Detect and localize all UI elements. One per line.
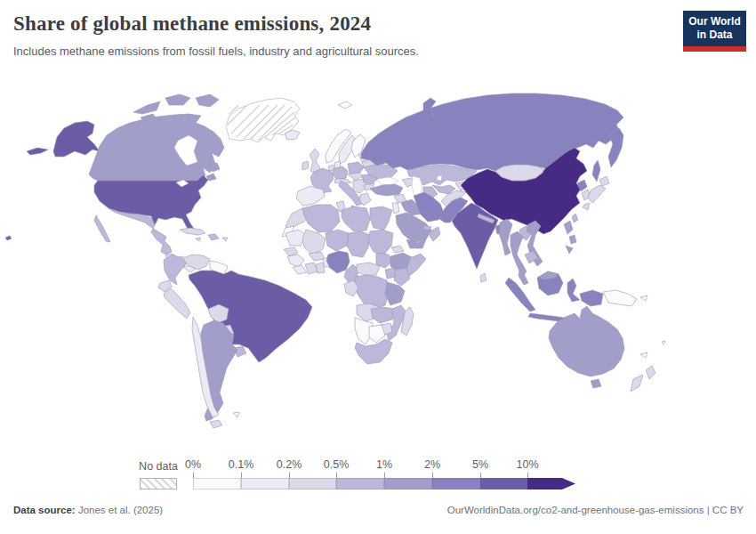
country-baja-mexico[interactable] — [94, 215, 110, 242]
country-alaska-us[interactable] — [53, 121, 100, 157]
country-uganda[interactable] — [385, 268, 396, 279]
no-data-swatch[interactable] — [140, 478, 177, 490]
data-source-line: Data source: Jones et al. (2025) — [13, 505, 163, 515]
country-west-papua-indonesia[interactable] — [580, 290, 603, 306]
world-choropleth-map — [0, 0, 756, 534]
country-iberia[interactable] — [296, 186, 325, 206]
country-peru[interactable] — [164, 288, 190, 319]
country-hawaii-us[interactable] — [5, 236, 12, 240]
owid-logo[interactable]: Our World in Data — [683, 11, 746, 52]
country-egypt[interactable] — [370, 206, 392, 230]
country-niger[interactable] — [326, 230, 349, 251]
country-new-britain[interactable] — [640, 295, 647, 301]
country-kamchatka-russia[interactable] — [608, 128, 623, 167]
country-japan-honshu[interactable] — [588, 185, 606, 203]
country-tasmania[interactable] — [591, 379, 601, 388]
country-botswana[interactable] — [369, 325, 385, 343]
country-ghana[interactable] — [316, 263, 325, 273]
country-dr-congo[interactable] — [355, 275, 389, 309]
page-title: Share of global methane emissions, 2024 — [13, 12, 547, 36]
owid-logo-line1: Our World — [683, 15, 746, 28]
country-sakhalin-russia[interactable] — [592, 160, 600, 182]
country-philippines-mindanao[interactable] — [566, 246, 573, 254]
country-sulawesi-indonesia[interactable] — [567, 279, 580, 302]
country-taiwan[interactable] — [572, 214, 578, 222]
country-canada-arctic-1[interactable] — [133, 101, 160, 114]
legend-tick-label-4: 1% — [360, 458, 408, 471]
map-legend: No data 0% 0.1% 0.2% 0.5% 1% 2% 5% 10% — [0, 456, 756, 498]
country-canada[interactable] — [89, 114, 224, 181]
country-mali[interactable] — [302, 230, 326, 255]
country-kenya[interactable] — [394, 268, 410, 286]
country-south-africa[interactable] — [355, 339, 392, 364]
country-jamaica[interactable] — [196, 238, 201, 241]
data-source-label: Data source: — [13, 505, 76, 515]
country-ireland[interactable] — [302, 161, 309, 170]
legend-segment-2[interactable] — [289, 478, 336, 490]
owid-logo-line2: in Data — [683, 28, 746, 42]
country-israel-jordan[interactable] — [392, 203, 399, 214]
country-puerto-rico[interactable] — [222, 238, 228, 241]
country-oman[interactable] — [430, 227, 440, 241]
country-chad[interactable] — [347, 231, 370, 257]
country-sri-lanka[interactable] — [480, 273, 487, 282]
country-new-caledonia[interactable] — [640, 352, 647, 358]
country-hispaniola[interactable] — [208, 234, 219, 240]
country-poland[interactable] — [348, 162, 364, 174]
country-germany[interactable] — [333, 166, 348, 180]
legend-color-bar — [193, 478, 575, 490]
legend-segment-6[interactable] — [480, 478, 527, 490]
legend-segment-1[interactable] — [241, 478, 289, 490]
legend-segment-5[interactable] — [432, 478, 480, 490]
country-japan-hokkaido[interactable] — [599, 176, 609, 186]
country-eritrea[interactable] — [391, 246, 404, 253]
country-tanzania[interactable] — [385, 282, 405, 305]
country-svalbard[interactable] — [338, 101, 352, 109]
legend-tick-label-1: 0.1% — [217, 458, 265, 471]
country-new-zealand-south[interactable] — [631, 375, 643, 392]
legend-tick-label-0: 0% — [169, 458, 217, 471]
country-sumatra-indonesia[interactable] — [505, 278, 535, 312]
country-burkina-faso[interactable] — [309, 252, 325, 261]
country-fiji[interactable] — [662, 341, 665, 344]
country-falklands[interactable] — [233, 412, 239, 417]
country-aleutians-us[interactable] — [27, 148, 48, 155]
country-japan-kyushu[interactable] — [583, 203, 590, 210]
country-russia[interactable] — [361, 93, 623, 171]
aral-sea — [437, 175, 442, 181]
legend-segment-4[interactable] — [384, 478, 432, 490]
country-zambia[interactable] — [371, 307, 394, 323]
attribution-link[interactable]: OurWorldinData.org/co2-and-greenhouse-ga… — [447, 505, 744, 515]
country-papua-new-guinea[interactable] — [603, 290, 637, 306]
legend-tick-label-7: 10% — [503, 458, 551, 471]
country-nigeria[interactable] — [326, 251, 350, 273]
legend-tick-label-2: 0.2% — [265, 458, 313, 471]
country-philippines-visayas[interactable] — [569, 235, 576, 244]
country-colombia[interactable] — [164, 255, 186, 285]
legend-tick-label-5: 2% — [408, 458, 456, 471]
country-algeria[interactable] — [302, 205, 340, 232]
legend-tick-label-3: 0.5% — [312, 458, 360, 471]
country-canada-arctic-2[interactable] — [165, 94, 190, 105]
page-subtitle: Includes methane emissions from fossil f… — [13, 44, 565, 58]
country-australia[interactable] — [549, 306, 624, 376]
country-sudan[interactable] — [368, 230, 393, 255]
legend-segment-0[interactable] — [193, 478, 241, 490]
country-cuba[interactable] — [180, 228, 205, 235]
country-philippines-luzon[interactable] — [564, 221, 573, 234]
country-canada-arctic-3[interactable] — [196, 94, 219, 107]
country-turkey[interactable] — [370, 184, 403, 196]
data-source-value: Jones et al. (2025) — [78, 505, 163, 515]
legend-arrow-segment[interactable] — [527, 478, 575, 490]
legend-tick-label-6: 5% — [456, 458, 504, 471]
country-new-zealand-north[interactable] — [646, 366, 655, 379]
country-tierra-del-fuego[interactable] — [210, 420, 222, 428]
country-libya[interactable] — [342, 206, 370, 231]
country-sierra-leone-liberia[interactable] — [293, 265, 307, 274]
legend-segment-3[interactable] — [336, 478, 384, 490]
country-iran[interactable] — [414, 192, 444, 222]
